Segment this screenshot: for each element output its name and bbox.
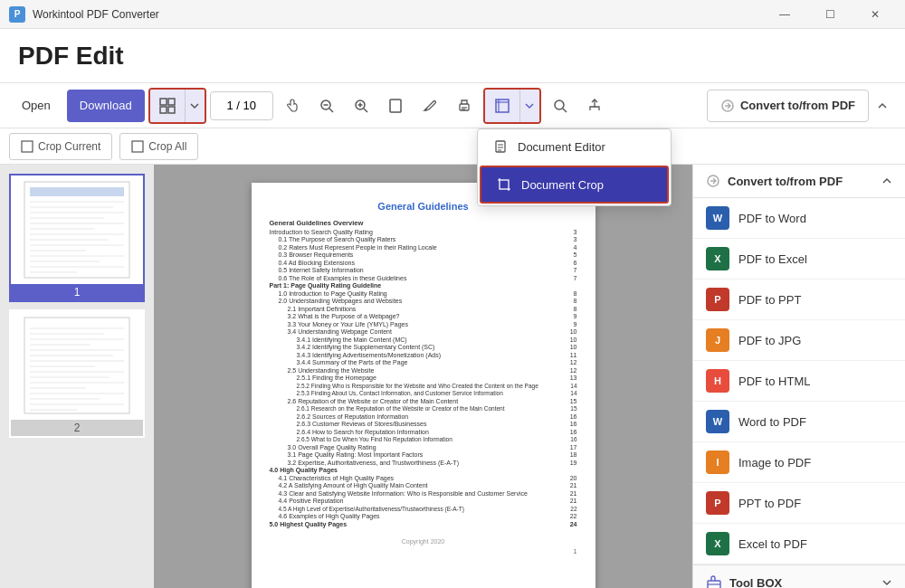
svg-rect-24 xyxy=(132,141,143,152)
title-bar-controls: — ☐ ✕ xyxy=(764,0,896,29)
zoom-in-button[interactable] xyxy=(346,90,376,121)
pdf-page: General Guidelines General Guidelines Ov… xyxy=(252,183,595,588)
convert-label-image-to-pdf: Image to PDF xyxy=(738,456,811,469)
print-button[interactable] xyxy=(449,90,480,121)
title-bar: P Workintool PDF Converter — ☐ ✕ xyxy=(0,0,905,29)
document-crop-item[interactable]: Document Crop xyxy=(480,166,669,204)
fit-page-icon xyxy=(387,98,404,114)
app-logo: P xyxy=(9,6,25,23)
convert-icon-word-to-pdf: W xyxy=(706,410,729,433)
convert-label-pdf-to-excel: PDF to Excel xyxy=(738,252,807,266)
chevron-down-icon-toolbox xyxy=(881,577,892,588)
convert-label-pdf-to-word: PDF to Word xyxy=(738,212,806,225)
zoom-out-button[interactable] xyxy=(311,90,342,121)
document-crop-label: Document Crop xyxy=(521,178,604,192)
document-editor-icon xyxy=(492,138,509,155)
pdf-toc-header: General Guidelines Overview xyxy=(270,219,577,227)
pdf-copyright: Copyright 2020 xyxy=(270,538,577,545)
open-button[interactable]: Open xyxy=(9,90,63,122)
convert-item-pdf-to-excel[interactable]: X PDF to Excel xyxy=(693,239,905,280)
crop-dropdown-button[interactable] xyxy=(519,90,539,122)
chevron-up-icon xyxy=(877,100,888,111)
crop-current-icon xyxy=(21,140,33,153)
zoom-out-icon xyxy=(319,98,335,114)
save-icon xyxy=(586,98,603,114)
convert-item-image-to-pdf[interactable]: I Image to PDF xyxy=(693,442,905,483)
thumbnail-label-1: 1 xyxy=(11,284,143,300)
toolbox-icon xyxy=(706,574,722,588)
grid-icon xyxy=(159,98,176,114)
convert-label-ppt-to-pdf: PPT to PDF xyxy=(738,497,801,510)
download-button[interactable]: Download xyxy=(67,90,145,122)
layout-dropdown-button[interactable] xyxy=(185,90,205,122)
save-button[interactable] xyxy=(579,90,610,121)
convert-item-pdf-to-word[interactable]: W PDF to Word xyxy=(693,198,905,239)
convert-icon-pdf-to-html: H xyxy=(706,369,729,393)
convert-item-pdf-to-html[interactable]: H PDF to HTML xyxy=(693,361,905,402)
convert-icon-ppt-to-pdf: P xyxy=(706,491,729,515)
svg-rect-65 xyxy=(500,180,509,189)
svg-rect-16 xyxy=(496,100,509,112)
convert-item-word-to-pdf[interactable]: W Word to PDF xyxy=(693,402,905,442)
layout-button[interactable] xyxy=(150,90,185,122)
convert-section-header[interactable]: Convert to/from PDF xyxy=(693,165,905,198)
page-title: PDF Edit xyxy=(18,42,124,71)
toolbox-title: Tool BOX xyxy=(729,576,782,589)
thumbnail-panel: 1 xyxy=(0,165,154,588)
convert-button[interactable]: Convert to/from PDF xyxy=(707,90,869,122)
crop-icon-group xyxy=(483,88,541,124)
crop-button[interactable] xyxy=(485,90,519,122)
convert-items-list: W PDF to Word X PDF to Excel P PDF to PP… xyxy=(693,198,905,564)
svg-rect-26 xyxy=(30,187,124,196)
svg-rect-1 xyxy=(168,99,175,105)
svg-line-10 xyxy=(364,109,367,112)
app-header: PDF Edit xyxy=(0,29,905,83)
thumb-preview-2 xyxy=(23,316,131,415)
svg-rect-11 xyxy=(390,100,401,112)
crop-current-button[interactable]: Crop Current xyxy=(9,133,112,160)
pen-tool-button[interactable] xyxy=(414,90,445,121)
thumbnail-2[interactable]: 2 xyxy=(9,309,145,438)
main-content: 1 xyxy=(0,165,905,588)
crop-dropdown-menu: Document Editor Document Crop xyxy=(477,128,672,206)
page-input[interactable] xyxy=(210,91,273,120)
search-button[interactable] xyxy=(545,90,576,121)
convert-icon-pdf-to-ppt: P xyxy=(706,288,729,311)
convert-item-ppt-to-pdf[interactable]: P PPT to PDF xyxy=(693,483,905,524)
pen-icon xyxy=(422,98,438,114)
thumbnail-1[interactable]: 1 xyxy=(9,174,145,302)
document-editor-item[interactable]: Document Editor xyxy=(478,129,671,164)
convert-dropdown-button[interactable] xyxy=(869,90,896,122)
svg-rect-0 xyxy=(160,99,167,105)
pdf-page-number: 1 xyxy=(270,548,577,555)
toolbox-header[interactable]: Tool BOX xyxy=(693,564,905,588)
convert-item-pdf-to-jpg[interactable]: J PDF to JPG xyxy=(693,320,905,361)
convert-icon-pdf-to-word: W xyxy=(706,206,729,230)
zoom-in-icon xyxy=(353,98,369,114)
minimize-button[interactable]: — xyxy=(764,0,805,29)
hand-tool-button[interactable] xyxy=(277,90,308,121)
convert-item-pdf-to-ppt[interactable]: P PDF to PPT xyxy=(693,280,905,320)
chevron-down-icon-2 xyxy=(525,101,534,110)
pdf-viewer[interactable]: General Guidelines General Guidelines Ov… xyxy=(154,165,692,588)
convert-label-excel-to-pdf: Excel to PDF xyxy=(738,537,807,551)
crop-all-button[interactable]: Crop All xyxy=(119,133,198,160)
convert-icon-excel-to-pdf: X xyxy=(706,532,729,555)
convert-section-icon xyxy=(706,174,720,188)
svg-rect-2 xyxy=(160,107,167,113)
chevron-up-icon-right xyxy=(881,175,892,186)
close-button[interactable]: ✕ xyxy=(854,0,896,29)
convert-icon-pdf-to-excel: X xyxy=(706,247,729,270)
document-editor-label: Document Editor xyxy=(518,140,605,154)
convert-icon xyxy=(720,99,735,113)
hand-icon xyxy=(284,98,300,114)
toolbar: Open Download xyxy=(0,83,905,128)
convert-item-excel-to-pdf[interactable]: X Excel to PDF xyxy=(693,524,905,564)
fit-page-button[interactable] xyxy=(380,90,411,121)
svg-line-20 xyxy=(563,109,567,112)
thumbnail-label-2: 2 xyxy=(11,420,143,436)
maximize-button[interactable]: ☐ xyxy=(809,0,851,29)
document-crop-icon xyxy=(496,176,512,193)
title-bar-title: Workintool PDF Converter xyxy=(33,8,764,21)
convert-label-pdf-to-jpg: PDF to JPG xyxy=(738,334,801,347)
